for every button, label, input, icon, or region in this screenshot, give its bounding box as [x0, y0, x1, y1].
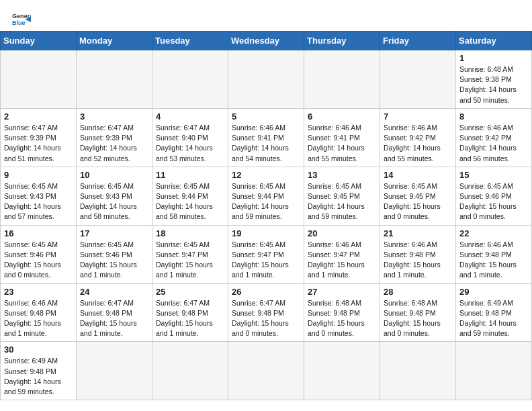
calendar-day-cell	[152, 50, 228, 109]
day-number: 2	[4, 111, 73, 122]
calendar-day-cell: 8Sunrise: 6:46 AM Sunset: 9:42 PM Daylig…	[456, 108, 532, 167]
day-info: Sunrise: 6:45 AM Sunset: 9:45 PM Dayligh…	[308, 181, 376, 222]
day-number: 11	[156, 170, 224, 180]
calendar-day-cell: 14Sunrise: 6:45 AM Sunset: 9:45 PM Dayli…	[380, 167, 456, 225]
weekday-header-sunday: Sunday	[1, 32, 77, 50]
calendar-day-cell: 30Sunrise: 6:49 AM Sunset: 9:48 PM Dayli…	[1, 342, 77, 400]
calendar-day-cell	[77, 50, 152, 109]
day-number: 4	[156, 111, 224, 122]
day-info: Sunrise: 6:47 AM Sunset: 9:48 PM Dayligh…	[80, 298, 148, 339]
calendar-day-cell: 18Sunrise: 6:45 AM Sunset: 9:47 PM Dayli…	[152, 225, 228, 283]
day-info: Sunrise: 6:49 AM Sunset: 9:48 PM Dayligh…	[4, 356, 73, 397]
calendar-day-cell: 21Sunrise: 6:46 AM Sunset: 9:48 PM Dayli…	[380, 225, 456, 283]
calendar-day-cell: 2Sunrise: 6:47 AM Sunset: 9:39 PM Daylig…	[1, 108, 77, 167]
day-number: 20	[308, 228, 376, 238]
calendar-day-cell: 15Sunrise: 6:45 AM Sunset: 9:46 PM Dayli…	[456, 167, 532, 225]
calendar-week-row: 9Sunrise: 6:45 AM Sunset: 9:43 PM Daylig…	[1, 167, 532, 225]
calendar-day-cell: 29Sunrise: 6:49 AM Sunset: 9:48 PM Dayli…	[456, 283, 532, 342]
weekday-header-tuesday: Tuesday	[152, 32, 228, 50]
day-info: Sunrise: 6:45 AM Sunset: 9:43 PM Dayligh…	[4, 181, 73, 222]
day-info: Sunrise: 6:47 AM Sunset: 9:48 PM Dayligh…	[156, 298, 224, 339]
day-info: Sunrise: 6:46 AM Sunset: 9:42 PM Dayligh…	[384, 123, 452, 164]
day-number: 8	[459, 111, 528, 122]
day-number: 28	[384, 287, 452, 297]
calendar-day-cell: 5Sunrise: 6:46 AM Sunset: 9:41 PM Daylig…	[228, 108, 304, 167]
calendar-day-cell: 11Sunrise: 6:45 AM Sunset: 9:44 PM Dayli…	[152, 167, 228, 225]
weekday-header-monday: Monday	[77, 32, 152, 50]
weekday-header-saturday: Saturday	[456, 32, 532, 50]
day-number: 12	[232, 170, 300, 180]
day-info: Sunrise: 6:45 AM Sunset: 9:46 PM Dayligh…	[4, 240, 73, 281]
day-info: Sunrise: 6:48 AM Sunset: 9:48 PM Dayligh…	[308, 298, 376, 339]
calendar-week-row: 30Sunrise: 6:49 AM Sunset: 9:48 PM Dayli…	[1, 342, 532, 400]
day-info: Sunrise: 6:46 AM Sunset: 9:42 PM Dayligh…	[459, 123, 528, 164]
day-info: Sunrise: 6:45 AM Sunset: 9:45 PM Dayligh…	[384, 181, 452, 222]
calendar-header-row: SundayMondayTuesdayWednesdayThursdayFrid…	[1, 32, 532, 50]
day-number: 23	[4, 287, 73, 297]
day-number: 9	[4, 170, 73, 180]
weekday-header-thursday: Thursday	[304, 32, 380, 50]
calendar-week-row: 1Sunrise: 6:48 AM Sunset: 9:38 PM Daylig…	[1, 50, 532, 109]
day-info: Sunrise: 6:47 AM Sunset: 9:39 PM Dayligh…	[4, 123, 73, 164]
calendar-day-cell	[304, 342, 380, 400]
calendar-day-cell: 19Sunrise: 6:45 AM Sunset: 9:47 PM Dayli…	[228, 225, 304, 283]
day-number: 26	[232, 287, 300, 297]
calendar-day-cell: 28Sunrise: 6:48 AM Sunset: 9:48 PM Dayli…	[380, 283, 456, 342]
calendar-day-cell: 22Sunrise: 6:46 AM Sunset: 9:48 PM Dayli…	[456, 225, 532, 283]
calendar-day-cell	[304, 50, 380, 109]
day-number: 30	[4, 345, 73, 355]
calendar-day-cell: 3Sunrise: 6:47 AM Sunset: 9:39 PM Daylig…	[77, 108, 152, 167]
calendar-day-cell: 4Sunrise: 6:47 AM Sunset: 9:40 PM Daylig…	[152, 108, 228, 167]
calendar-day-cell	[380, 342, 456, 400]
general-blue-logo-icon: General Blue	[12, 8, 31, 27]
day-info: Sunrise: 6:48 AM Sunset: 9:48 PM Dayligh…	[384, 298, 452, 339]
day-number: 7	[384, 111, 452, 122]
calendar-day-cell: 13Sunrise: 6:45 AM Sunset: 9:45 PM Dayli…	[304, 167, 380, 225]
calendar-day-cell: 17Sunrise: 6:45 AM Sunset: 9:46 PM Dayli…	[77, 225, 152, 283]
day-number: 25	[156, 287, 224, 297]
svg-text:Blue: Blue	[12, 19, 26, 26]
day-number: 1	[459, 53, 528, 63]
day-number: 29	[459, 287, 528, 297]
day-info: Sunrise: 6:46 AM Sunset: 9:48 PM Dayligh…	[4, 298, 73, 339]
day-info: Sunrise: 6:46 AM Sunset: 9:47 PM Dayligh…	[308, 240, 376, 281]
calendar-day-cell: 20Sunrise: 6:46 AM Sunset: 9:47 PM Dayli…	[304, 225, 380, 283]
calendar-day-cell: 1Sunrise: 6:48 AM Sunset: 9:38 PM Daylig…	[456, 50, 532, 109]
calendar-day-cell: 9Sunrise: 6:45 AM Sunset: 9:43 PM Daylig…	[1, 167, 77, 225]
day-info: Sunrise: 6:46 AM Sunset: 9:41 PM Dayligh…	[308, 123, 376, 164]
day-number: 22	[459, 228, 528, 238]
day-info: Sunrise: 6:46 AM Sunset: 9:41 PM Dayligh…	[232, 123, 300, 164]
calendar-day-cell	[1, 50, 77, 109]
weekday-header-friday: Friday	[380, 32, 456, 50]
calendar-day-cell	[380, 50, 456, 109]
day-number: 18	[156, 228, 224, 238]
page-header: General Blue	[0, 0, 532, 31]
calendar-day-cell	[228, 50, 304, 109]
calendar-day-cell	[228, 342, 304, 400]
day-info: Sunrise: 6:45 AM Sunset: 9:47 PM Dayligh…	[232, 240, 300, 281]
calendar-day-cell	[456, 342, 532, 400]
day-number: 10	[80, 170, 148, 180]
calendar-day-cell: 25Sunrise: 6:47 AM Sunset: 9:48 PM Dayli…	[152, 283, 228, 342]
calendar-week-row: 23Sunrise: 6:46 AM Sunset: 9:48 PM Dayli…	[1, 283, 532, 342]
day-number: 16	[4, 228, 73, 238]
calendar-day-cell: 26Sunrise: 6:47 AM Sunset: 9:48 PM Dayli…	[228, 283, 304, 342]
calendar-day-cell: 7Sunrise: 6:46 AM Sunset: 9:42 PM Daylig…	[380, 108, 456, 167]
day-info: Sunrise: 6:48 AM Sunset: 9:38 PM Dayligh…	[459, 64, 528, 105]
calendar-day-cell: 6Sunrise: 6:46 AM Sunset: 9:41 PM Daylig…	[304, 108, 380, 167]
calendar-day-cell: 27Sunrise: 6:48 AM Sunset: 9:48 PM Dayli…	[304, 283, 380, 342]
calendar-week-row: 2Sunrise: 6:47 AM Sunset: 9:39 PM Daylig…	[1, 108, 532, 167]
day-number: 3	[80, 111, 148, 122]
calendar-week-row: 16Sunrise: 6:45 AM Sunset: 9:46 PM Dayli…	[1, 225, 532, 283]
calendar-table: SundayMondayTuesdayWednesdayThursdayFrid…	[0, 31, 532, 400]
day-info: Sunrise: 6:47 AM Sunset: 9:48 PM Dayligh…	[232, 298, 300, 339]
calendar-day-cell: 12Sunrise: 6:45 AM Sunset: 9:44 PM Dayli…	[228, 167, 304, 225]
logo: General Blue	[12, 8, 34, 27]
day-info: Sunrise: 6:45 AM Sunset: 9:46 PM Dayligh…	[80, 240, 148, 281]
weekday-header-wednesday: Wednesday	[228, 32, 304, 50]
day-info: Sunrise: 6:45 AM Sunset: 9:44 PM Dayligh…	[156, 181, 224, 222]
calendar-day-cell: 10Sunrise: 6:45 AM Sunset: 9:43 PM Dayli…	[77, 167, 152, 225]
day-info: Sunrise: 6:46 AM Sunset: 9:48 PM Dayligh…	[384, 240, 452, 281]
day-info: Sunrise: 6:45 AM Sunset: 9:47 PM Dayligh…	[156, 240, 224, 281]
day-number: 27	[308, 287, 376, 297]
